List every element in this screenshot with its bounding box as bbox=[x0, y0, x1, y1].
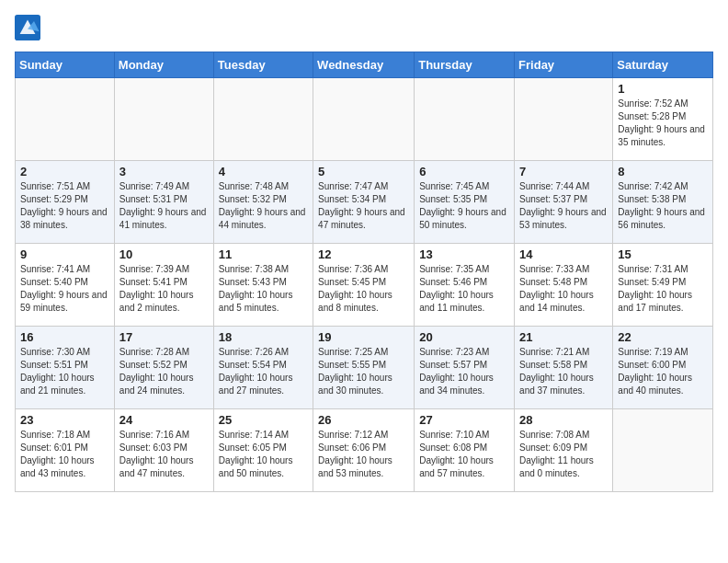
calendar-cell: 21Sunrise: 7:21 AM Sunset: 5:58 PM Dayli… bbox=[515, 327, 613, 409]
calendar-cell: 13Sunrise: 7:35 AM Sunset: 5:46 PM Dayli… bbox=[415, 244, 515, 327]
calendar-cell: 27Sunrise: 7:10 AM Sunset: 6:08 PM Dayli… bbox=[415, 409, 515, 492]
day-number: 26 bbox=[318, 413, 409, 427]
day-info: Sunrise: 7:14 AM Sunset: 6:05 PM Dayligh… bbox=[219, 429, 308, 480]
calendar-cell: 10Sunrise: 7:39 AM Sunset: 5:41 PM Dayli… bbox=[114, 244, 213, 327]
calendar-cell: 14Sunrise: 7:33 AM Sunset: 5:48 PM Dayli… bbox=[515, 244, 613, 327]
calendar-cell: 22Sunrise: 7:19 AM Sunset: 6:00 PM Dayli… bbox=[613, 327, 713, 409]
day-number: 23 bbox=[20, 413, 109, 427]
calendar-cell: 8Sunrise: 7:42 AM Sunset: 5:38 PM Daylig… bbox=[613, 161, 713, 244]
calendar-cell: 12Sunrise: 7:36 AM Sunset: 5:45 PM Dayli… bbox=[313, 244, 415, 327]
header-row: SundayMondayTuesdayWednesdayThursdayFrid… bbox=[16, 52, 713, 78]
day-number: 19 bbox=[318, 330, 409, 344]
day-info: Sunrise: 7:30 AM Sunset: 5:51 PM Dayligh… bbox=[20, 346, 109, 397]
calendar-cell: 28Sunrise: 7:08 AM Sunset: 6:09 PM Dayli… bbox=[515, 409, 613, 492]
calendar-cell: 3Sunrise: 7:49 AM Sunset: 5:31 PM Daylig… bbox=[114, 161, 213, 244]
calendar-cell bbox=[313, 78, 415, 161]
calendar-cell: 15Sunrise: 7:31 AM Sunset: 5:49 PM Dayli… bbox=[613, 244, 713, 327]
day-number: 2 bbox=[20, 165, 109, 178]
calendar-cell: 26Sunrise: 7:12 AM Sunset: 6:06 PM Dayli… bbox=[313, 409, 415, 492]
day-info: Sunrise: 7:18 AM Sunset: 6:01 PM Dayligh… bbox=[20, 429, 109, 480]
calendar-cell: 19Sunrise: 7:25 AM Sunset: 5:55 PM Dayli… bbox=[313, 327, 415, 409]
day-info: Sunrise: 7:26 AM Sunset: 5:54 PM Dayligh… bbox=[219, 346, 308, 397]
calendar-cell: 1Sunrise: 7:52 AM Sunset: 5:28 PM Daylig… bbox=[613, 78, 713, 161]
day-info: Sunrise: 7:16 AM Sunset: 6:03 PM Dayligh… bbox=[119, 429, 209, 480]
calendar-table: SundayMondayTuesdayWednesdayThursdayFrid… bbox=[15, 52, 713, 492]
day-info: Sunrise: 7:25 AM Sunset: 5:55 PM Dayligh… bbox=[318, 346, 409, 397]
day-number: 6 bbox=[419, 165, 509, 178]
day-number: 9 bbox=[20, 247, 109, 261]
day-info: Sunrise: 7:39 AM Sunset: 5:41 PM Dayligh… bbox=[119, 263, 209, 315]
day-number: 3 bbox=[119, 165, 209, 178]
calendar-week-row: 9Sunrise: 7:41 AM Sunset: 5:40 PM Daylig… bbox=[16, 244, 713, 327]
day-info: Sunrise: 7:52 AM Sunset: 5:28 PM Dayligh… bbox=[618, 98, 708, 149]
calendar-header: SundayMondayTuesdayWednesdayThursdayFrid… bbox=[16, 52, 713, 78]
calendar-cell: 23Sunrise: 7:18 AM Sunset: 6:01 PM Dayli… bbox=[16, 409, 115, 492]
calendar-cell bbox=[213, 78, 313, 161]
day-info: Sunrise: 7:42 AM Sunset: 5:38 PM Dayligh… bbox=[618, 180, 708, 232]
day-info: Sunrise: 7:08 AM Sunset: 6:09 PM Dayligh… bbox=[519, 429, 608, 480]
day-info: Sunrise: 7:28 AM Sunset: 5:52 PM Dayligh… bbox=[119, 346, 209, 397]
weekday-header: Thursday bbox=[415, 52, 515, 78]
calendar-cell: 25Sunrise: 7:14 AM Sunset: 6:05 PM Dayli… bbox=[213, 409, 313, 492]
weekday-header: Saturday bbox=[613, 52, 713, 78]
day-info: Sunrise: 7:38 AM Sunset: 5:43 PM Dayligh… bbox=[219, 263, 308, 315]
page-header bbox=[15, 15, 713, 40]
calendar-week-row: 2Sunrise: 7:51 AM Sunset: 5:29 PM Daylig… bbox=[16, 161, 713, 244]
day-info: Sunrise: 7:23 AM Sunset: 5:57 PM Dayligh… bbox=[419, 346, 509, 397]
weekday-header: Monday bbox=[114, 52, 213, 78]
calendar-cell: 17Sunrise: 7:28 AM Sunset: 5:52 PM Dayli… bbox=[114, 327, 213, 409]
day-number: 7 bbox=[519, 165, 608, 178]
day-number: 1 bbox=[618, 82, 708, 96]
calendar-cell: 5Sunrise: 7:47 AM Sunset: 5:34 PM Daylig… bbox=[313, 161, 415, 244]
day-number: 11 bbox=[219, 247, 308, 261]
calendar-cell: 2Sunrise: 7:51 AM Sunset: 5:29 PM Daylig… bbox=[16, 161, 115, 244]
calendar-cell: 4Sunrise: 7:48 AM Sunset: 5:32 PM Daylig… bbox=[213, 161, 313, 244]
calendar-cell: 24Sunrise: 7:16 AM Sunset: 6:03 PM Dayli… bbox=[114, 409, 213, 492]
calendar-cell: 9Sunrise: 7:41 AM Sunset: 5:40 PM Daylig… bbox=[16, 244, 115, 327]
day-info: Sunrise: 7:10 AM Sunset: 6:08 PM Dayligh… bbox=[419, 429, 509, 480]
day-info: Sunrise: 7:21 AM Sunset: 5:58 PM Dayligh… bbox=[519, 346, 608, 397]
day-info: Sunrise: 7:35 AM Sunset: 5:46 PM Dayligh… bbox=[419, 263, 509, 315]
day-number: 4 bbox=[219, 165, 308, 178]
day-info: Sunrise: 7:44 AM Sunset: 5:37 PM Dayligh… bbox=[519, 180, 608, 232]
day-info: Sunrise: 7:49 AM Sunset: 5:31 PM Dayligh… bbox=[119, 180, 209, 232]
weekday-header: Sunday bbox=[16, 52, 115, 78]
day-info: Sunrise: 7:45 AM Sunset: 5:35 PM Dayligh… bbox=[419, 180, 509, 232]
calendar-cell: 18Sunrise: 7:26 AM Sunset: 5:54 PM Dayli… bbox=[213, 327, 313, 409]
day-number: 17 bbox=[119, 330, 209, 344]
day-number: 14 bbox=[519, 247, 608, 261]
day-info: Sunrise: 7:48 AM Sunset: 5:32 PM Dayligh… bbox=[219, 180, 308, 232]
calendar-week-row: 23Sunrise: 7:18 AM Sunset: 6:01 PM Dayli… bbox=[16, 409, 713, 492]
day-info: Sunrise: 7:36 AM Sunset: 5:45 PM Dayligh… bbox=[318, 263, 409, 315]
calendar-week-row: 16Sunrise: 7:30 AM Sunset: 5:51 PM Dayli… bbox=[16, 327, 713, 409]
calendar-cell bbox=[415, 78, 515, 161]
day-number: 18 bbox=[219, 330, 308, 344]
day-info: Sunrise: 7:19 AM Sunset: 6:00 PM Dayligh… bbox=[618, 346, 708, 397]
calendar-cell: 6Sunrise: 7:45 AM Sunset: 5:35 PM Daylig… bbox=[415, 161, 515, 244]
day-number: 13 bbox=[419, 247, 509, 261]
calendar-cell bbox=[114, 78, 213, 161]
day-info: Sunrise: 7:12 AM Sunset: 6:06 PM Dayligh… bbox=[318, 429, 409, 480]
day-number: 27 bbox=[419, 413, 509, 427]
day-info: Sunrise: 7:41 AM Sunset: 5:40 PM Dayligh… bbox=[20, 263, 109, 315]
day-number: 12 bbox=[318, 247, 409, 261]
day-number: 20 bbox=[419, 330, 509, 344]
weekday-header: Wednesday bbox=[313, 52, 415, 78]
calendar-cell bbox=[515, 78, 613, 161]
calendar-cell bbox=[613, 409, 713, 492]
calendar-cell: 7Sunrise: 7:44 AM Sunset: 5:37 PM Daylig… bbox=[515, 161, 613, 244]
day-number: 8 bbox=[618, 165, 708, 178]
day-number: 16 bbox=[20, 330, 109, 344]
day-number: 5 bbox=[318, 165, 409, 178]
day-number: 24 bbox=[119, 413, 209, 427]
logo bbox=[15, 15, 44, 40]
day-number: 25 bbox=[219, 413, 308, 427]
calendar-week-row: 1Sunrise: 7:52 AM Sunset: 5:28 PM Daylig… bbox=[16, 78, 713, 161]
day-number: 10 bbox=[119, 247, 209, 261]
calendar-body: 1Sunrise: 7:52 AM Sunset: 5:28 PM Daylig… bbox=[16, 78, 713, 492]
calendar-cell: 16Sunrise: 7:30 AM Sunset: 5:51 PM Dayli… bbox=[16, 327, 115, 409]
day-number: 22 bbox=[618, 330, 708, 344]
day-number: 28 bbox=[519, 413, 608, 427]
calendar-cell: 20Sunrise: 7:23 AM Sunset: 5:57 PM Dayli… bbox=[415, 327, 515, 409]
day-info: Sunrise: 7:33 AM Sunset: 5:48 PM Dayligh… bbox=[519, 263, 608, 315]
